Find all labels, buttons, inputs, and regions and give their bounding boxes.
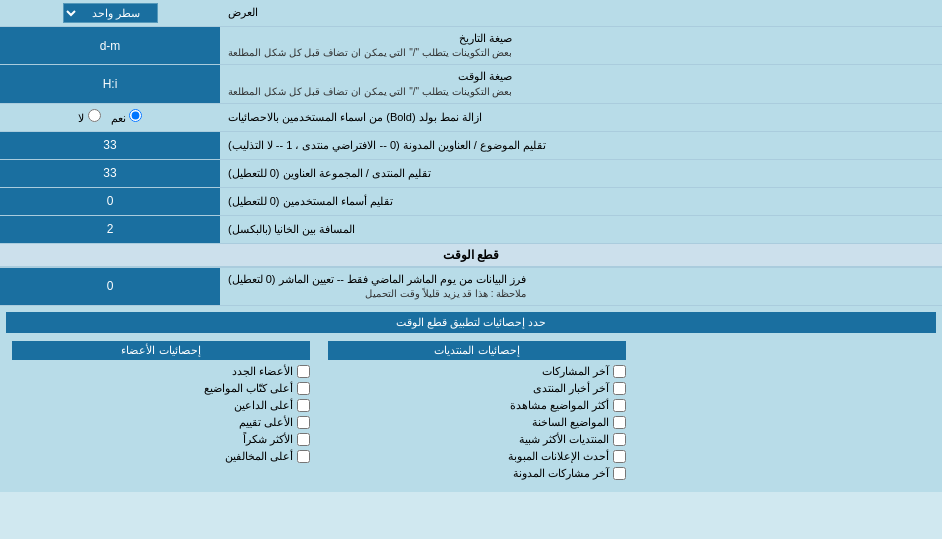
checkbox-most-thanked[interactable] bbox=[297, 433, 310, 446]
member-stats-header: إحصائيات الأعضاء bbox=[12, 341, 310, 360]
topics-per-forum-row: تقليم الموضوع / العناوين المدونة (0 -- ا… bbox=[0, 132, 942, 160]
forum-group-label: تقليم المنتدى / المجموعة العناوين (0 للت… bbox=[220, 160, 942, 187]
display-select[interactable]: سطر واحد bbox=[63, 3, 158, 23]
checkbox-most-similar[interactable] bbox=[613, 433, 626, 446]
checkbox-last-news[interactable] bbox=[613, 382, 626, 395]
checkbox-item-m6[interactable]: أعلى المخالفين bbox=[12, 448, 310, 465]
checkbox-most-viewed[interactable] bbox=[613, 399, 626, 412]
checkbox-latest-ads[interactable] bbox=[613, 450, 626, 463]
topics-per-forum-input-cell[interactable] bbox=[0, 132, 220, 159]
checkbox-item-m4[interactable]: الأعلى تقييم bbox=[12, 414, 310, 431]
checkbox-top-authors[interactable] bbox=[297, 382, 310, 395]
checkbox-item-3[interactable]: أكثر المواضيع مشاهدة bbox=[328, 397, 626, 414]
user-names-label: تقليم أسماء المستخدمين (0 للتعطيل) bbox=[220, 188, 942, 215]
topics-per-forum-label: تقليم الموضوع / العناوين المدونة (0 -- ا… bbox=[220, 132, 942, 159]
checkbox-last-posts[interactable] bbox=[613, 365, 626, 378]
time-cut-row: فرز البيانات من يوم الماشر الماضي فقط --… bbox=[0, 268, 942, 306]
checkbox-hot-topics[interactable] bbox=[613, 416, 626, 429]
checkbox-new-members[interactable] bbox=[297, 365, 310, 378]
checkbox-top-rated[interactable] bbox=[297, 416, 310, 429]
checkbox-item-7[interactable]: آخر مشاركات المدونة bbox=[328, 465, 626, 482]
user-names-input-cell[interactable] bbox=[0, 188, 220, 215]
bold-yes-radio[interactable] bbox=[129, 109, 142, 122]
checkbox-item-m1[interactable]: الأعضاء الجدد bbox=[12, 363, 310, 380]
bold-yes-label[interactable]: نعم bbox=[111, 109, 142, 125]
display-select-cell[interactable]: سطر واحد bbox=[0, 0, 220, 26]
time-cut-input-cell[interactable] bbox=[0, 268, 220, 305]
checkbox-item-6[interactable]: أحدث الإعلانات المبوبة bbox=[328, 448, 626, 465]
forum-group-row: تقليم المنتدى / المجموعة العناوين (0 للت… bbox=[0, 160, 942, 188]
bold-remove-radio-cell: نعم لا bbox=[0, 104, 220, 131]
bold-remove-label: ازالة نمط بولد (Bold) من اسماء المستخدمي… bbox=[220, 104, 942, 131]
space-between-row: المسافة بين الخانيا (بالبكسل) bbox=[0, 216, 942, 244]
time-format-row: صيغة الوقت بعض التكوينات يتطلب "/" التي … bbox=[0, 65, 942, 103]
main-header-label: العرض bbox=[220, 0, 942, 26]
bold-remove-row: ازالة نمط بولد (Bold) من اسماء المستخدمي… bbox=[0, 104, 942, 132]
stats-apply-header: حدد إحصائيات لتطبيق قطع الوقت bbox=[6, 312, 936, 333]
forum-group-input[interactable] bbox=[6, 166, 214, 180]
bottom-section: حدد إحصائيات لتطبيق قطع الوقت إحصائيات ا… bbox=[0, 306, 942, 492]
checkbox-item-4[interactable]: المواضيع الساخنة bbox=[328, 414, 626, 431]
date-format-label: صيغة التاريخ بعض التكوينات يتطلب "/" الت… bbox=[220, 27, 942, 64]
bold-no-radio[interactable] bbox=[88, 109, 101, 122]
checkbox-grid: إحصائيات المنتديات آخر المشاركات آخر أخب… bbox=[6, 337, 936, 486]
space-between-input[interactable] bbox=[6, 222, 214, 236]
checkbox-item-m5[interactable]: الأكثر شكراً bbox=[12, 431, 310, 448]
time-format-label: صيغة الوقت بعض التكوينات يتطلب "/" التي … bbox=[220, 65, 942, 102]
checkbox-item-1[interactable]: آخر المشاركات bbox=[328, 363, 626, 380]
forum-stats-col: إحصائيات المنتديات آخر المشاركات آخر أخب… bbox=[322, 337, 632, 486]
time-cut-label: فرز البيانات من يوم الماشر الماضي فقط --… bbox=[220, 268, 942, 305]
checkbox-last-blog[interactable] bbox=[613, 467, 626, 480]
date-format-input-cell[interactable] bbox=[0, 27, 220, 64]
checkbox-top-violators[interactable] bbox=[297, 450, 310, 463]
bold-no-label[interactable]: لا bbox=[78, 109, 100, 125]
date-format-input[interactable] bbox=[6, 39, 214, 53]
time-cut-input[interactable] bbox=[6, 279, 214, 293]
space-between-input-cell[interactable] bbox=[0, 216, 220, 243]
forum-group-input-cell[interactable] bbox=[0, 160, 220, 187]
checkbox-item-m2[interactable]: أعلى كتّاب المواضيع bbox=[12, 380, 310, 397]
user-names-row: تقليم أسماء المستخدمين (0 للتعطيل) bbox=[0, 188, 942, 216]
empty-col bbox=[638, 337, 936, 486]
main-header-row: العرض سطر واحد bbox=[0, 0, 942, 27]
user-names-input[interactable] bbox=[6, 194, 214, 208]
space-between-label: المسافة بين الخانيا (بالبكسل) bbox=[220, 216, 942, 243]
member-stats-col: إحصائيات الأعضاء الأعضاء الجدد أعلى كتّا… bbox=[6, 337, 316, 486]
topics-per-forum-input[interactable] bbox=[6, 138, 214, 152]
time-cut-header: قطع الوقت bbox=[0, 244, 942, 268]
date-format-row: صيغة التاريخ بعض التكوينات يتطلب "/" الت… bbox=[0, 27, 942, 65]
checkbox-item-2[interactable]: آخر أخبار المنتدى bbox=[328, 380, 626, 397]
checkbox-top-callers[interactable] bbox=[297, 399, 310, 412]
time-format-input-cell[interactable] bbox=[0, 65, 220, 102]
checkbox-item-m3[interactable]: أعلى الداعين bbox=[12, 397, 310, 414]
time-format-input[interactable] bbox=[6, 77, 214, 91]
checkbox-item-5[interactable]: المنتديات الأكثر شبية bbox=[328, 431, 626, 448]
forum-stats-header: إحصائيات المنتديات bbox=[328, 341, 626, 360]
